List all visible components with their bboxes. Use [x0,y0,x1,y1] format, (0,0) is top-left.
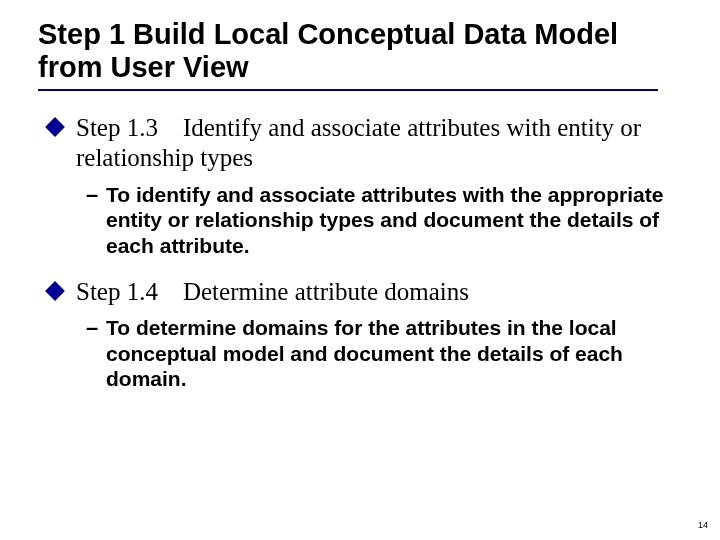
sub-bullet-item: – To identify and associate attributes w… [48,182,670,259]
bullet-heading: Step 1.4 Determine attribute domains [76,277,670,308]
bullet-item: Step 1.3 Identify and associate attribut… [48,113,670,174]
slide-title: Step 1 Build Local Conceptual Data Model… [38,18,690,85]
dash-icon: – [86,315,98,341]
slide: Step 1 Build Local Conceptual Data Model… [0,0,720,540]
sub-bullet-item: – To determine domains for the attribute… [48,315,670,392]
bullet-item: Step 1.4 Determine attribute domains [48,277,670,308]
title-underline [38,89,658,91]
diamond-icon [45,117,65,137]
slide-body: Step 1.3 Identify and associate attribut… [38,113,690,392]
diamond-icon [45,281,65,301]
sub-bullet-text: To identify and associate attributes wit… [106,182,670,259]
sub-bullet-text: To determine domains for the attributes … [106,315,670,392]
dash-icon: – [86,182,98,208]
page-number: 14 [698,520,708,530]
bullet-heading: Step 1.3 Identify and associate attribut… [76,113,670,174]
